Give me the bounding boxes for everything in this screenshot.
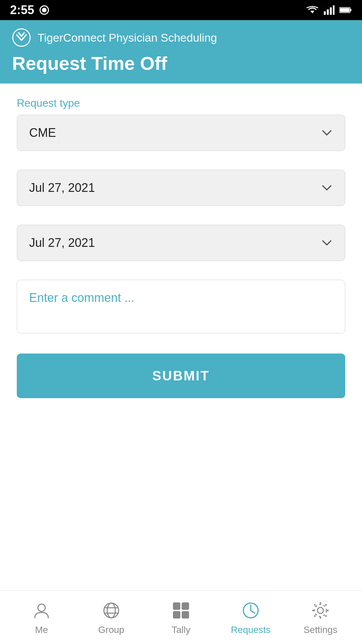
svg-rect-2 [327,9,329,15]
svg-point-10 [104,603,119,618]
globe-icon [101,600,121,621]
svg-point-8 [13,29,30,46]
app-header: TigerConnect Physician Scheduling Reques… [0,20,362,84]
nav-item-me[interactable]: Me [7,600,76,635]
end-date-value: Jul 27, 2021 [29,236,95,250]
clock-icon [241,600,261,621]
svg-rect-4 [333,5,335,15]
gear-icon [310,600,330,621]
nav-item-requests[interactable]: Requests [216,600,286,635]
svg-marker-0 [310,11,314,13]
nav-label-me: Me [35,625,48,635]
battery-icon [339,6,352,14]
svg-point-22 [314,604,326,616]
request-type-value: CME [29,126,56,140]
chevron-down-icon [321,127,333,139]
main-content: Request type CME Jul 27, 2021 Jul 27, 20… [0,84,362,425]
request-type-label: Request type [17,97,345,109]
svg-rect-3 [330,7,332,15]
end-date-dropdown[interactable]: Jul 27, 2021 [17,225,345,261]
bottom-nav: Me Group Tally [0,590,362,644]
comment-input[interactable] [17,280,345,333]
nav-label-settings: Settings [303,625,337,635]
me-nav-icon [31,600,52,621]
chevron-down-icon-end [321,237,333,249]
nav-label-group: Group [98,625,124,635]
svg-rect-17 [182,611,189,619]
svg-rect-1 [324,11,326,15]
signal-icon [324,5,335,15]
svg-rect-15 [182,602,189,610]
start-date-section: Jul 27, 2021 [17,170,345,206]
nav-item-settings[interactable]: Settings [286,600,355,635]
request-type-dropdown[interactable]: CME [17,115,345,151]
tigerconnect-logo-icon [12,28,31,47]
nav-item-group[interactable]: Group [76,600,146,635]
svg-point-11 [107,603,115,618]
start-date-dropdown[interactable]: Jul 27, 2021 [17,170,345,206]
request-type-section: Request type CME [17,97,345,151]
svg-rect-7 [340,8,350,12]
page-title: Request Time Off [12,52,350,74]
tally-nav-icon [170,600,192,621]
start-date-value: Jul 27, 2021 [29,181,95,195]
tally-icon [171,600,191,621]
nav-label-tally: Tally [172,625,190,635]
person-icon [32,600,52,621]
app-header-top: TigerConnect Physician Scheduling [12,28,350,47]
svg-rect-16 [173,611,180,619]
status-bar-left: 2:55 [10,3,49,17]
end-date-section: Jul 27, 2021 [17,225,345,261]
group-nav-icon [101,600,122,621]
submit-button[interactable]: SUBMIT [17,354,345,398]
requests-nav-icon [240,600,261,621]
svg-line-20 [251,610,255,613]
status-bar: 2:55 [0,0,362,20]
svg-point-9 [38,604,45,611]
svg-rect-6 [350,9,351,11]
nav-item-tally[interactable]: Tally [146,600,216,635]
app-name: TigerConnect Physician Scheduling [38,31,217,44]
settings-nav-icon [310,600,331,621]
svg-rect-14 [173,602,180,610]
record-icon [40,5,49,15]
chevron-down-icon-start [321,182,333,194]
wifi-icon [306,5,319,15]
svg-point-21 [317,607,323,613]
time-display: 2:55 [10,3,34,17]
status-bar-right [306,5,352,15]
nav-label-requests: Requests [231,625,270,635]
